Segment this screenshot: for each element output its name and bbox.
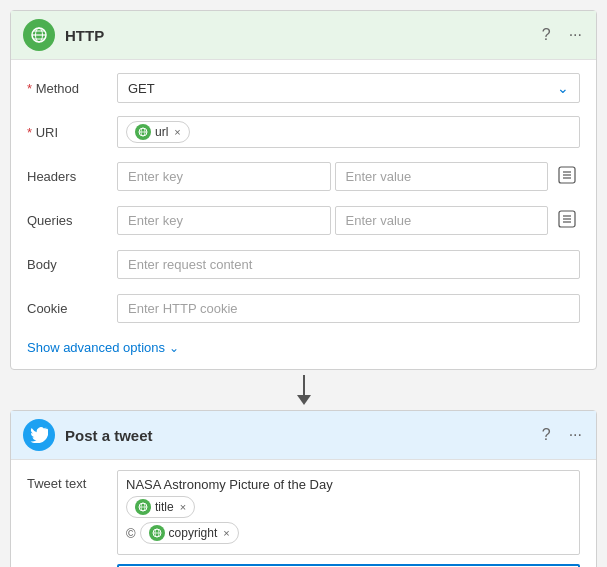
twitter-help-button[interactable]: ?: [540, 424, 553, 446]
tweet-title-tag-close[interactable]: ×: [180, 502, 186, 513]
headers-label: Headers: [27, 169, 117, 184]
body-label: Body: [27, 257, 117, 272]
queries-key-input[interactable]: Enter key: [117, 206, 331, 235]
http-title: HTTP: [65, 27, 540, 44]
method-label: Method: [27, 81, 117, 96]
tweet-copyright-tag-icon: [149, 525, 165, 541]
method-control: GET ⌄: [117, 73, 580, 103]
tweet-copyright-tag-close[interactable]: ×: [223, 528, 229, 539]
tweet-tags-row1: title ×: [126, 496, 571, 518]
http-icon: [23, 19, 55, 51]
cookie-label: Cookie: [27, 301, 117, 316]
uri-control: url ×: [117, 116, 580, 148]
cookie-row: Cookie Enter HTTP cookie: [27, 290, 580, 326]
headers-row: Headers Enter key Enter value: [27, 158, 580, 194]
twitter-card: Post a tweet ? ··· Tweet text NASA Astro…: [10, 410, 597, 567]
uri-tag-icon: [135, 124, 151, 140]
tweet-text-input[interactable]: NASA Astronomy Picture of the Day title: [117, 470, 580, 555]
cookie-input[interactable]: Enter HTTP cookie: [117, 294, 580, 323]
body-row: Body Enter request content: [27, 246, 580, 282]
tweet-title-tag: title ×: [126, 496, 195, 518]
tweet-text-row: Tweet text NASA Astronomy Picture of the…: [27, 470, 580, 555]
tweet-text-control: NASA Astronomy Picture of the Day title: [117, 470, 580, 555]
headers-inputs: Enter key Enter value: [117, 162, 548, 191]
http-card-body: Method GET ⌄ URI: [11, 60, 596, 369]
queries-add-button[interactable]: [554, 206, 580, 235]
http-card-header: HTTP ? ···: [11, 11, 596, 60]
uri-tag-text: url: [155, 125, 168, 139]
http-card: HTTP ? ··· Method GET ⌄ URI: [10, 10, 597, 370]
queries-row: Queries Enter key Enter value: [27, 202, 580, 238]
show-advanced-button[interactable]: Show advanced options ⌄: [27, 334, 580, 359]
method-value: GET: [128, 81, 557, 96]
queries-inputs: Enter key Enter value: [117, 206, 548, 235]
queries-value-input[interactable]: Enter value: [335, 206, 549, 235]
arrow-head-icon: [297, 395, 311, 405]
tweet-static-text: NASA Astronomy Picture of the Day: [126, 477, 571, 492]
uri-tag: url ×: [126, 121, 190, 143]
body-input[interactable]: Enter request content: [117, 250, 580, 279]
twitter-title: Post a tweet: [65, 427, 540, 444]
cookie-control: Enter HTTP cookie: [117, 294, 580, 323]
twitter-more-button[interactable]: ···: [567, 424, 584, 446]
tweet-title-tag-icon: [135, 499, 151, 515]
method-row: Method GET ⌄: [27, 70, 580, 106]
copyright-symbol: ©: [126, 526, 136, 541]
method-select[interactable]: GET ⌄: [117, 73, 580, 103]
body-control: Enter request content: [117, 250, 580, 279]
twitter-icon: [23, 419, 55, 451]
tweet-text-label: Tweet text: [27, 470, 117, 491]
arrow-line: [303, 375, 305, 395]
uri-tag-close[interactable]: ×: [174, 127, 180, 138]
headers-value-input[interactable]: Enter value: [335, 162, 549, 191]
tweet-copyright-tag-text: copyright: [169, 526, 218, 540]
uri-label: URI: [27, 125, 117, 140]
twitter-card-header: Post a tweet ? ···: [11, 411, 596, 460]
headers-key-input[interactable]: Enter key: [117, 162, 331, 191]
tweet-tags-row2: © copyright ×: [126, 522, 571, 544]
tweet-copyright-tag: copyright ×: [140, 522, 239, 544]
uri-input[interactable]: url ×: [117, 116, 580, 148]
media-row: Media fx base64ToBinar... ×: [27, 563, 580, 567]
queries-label: Queries: [27, 213, 117, 228]
http-header-actions: ? ···: [540, 24, 584, 46]
twitter-card-body: Tweet text NASA Astronomy Picture of the…: [11, 460, 596, 567]
uri-row: URI url ×: [27, 114, 580, 150]
tweet-title-tag-text: title: [155, 500, 174, 514]
show-advanced-label: Show advanced options: [27, 340, 165, 355]
http-help-button[interactable]: ?: [540, 24, 553, 46]
twitter-header-actions: ? ···: [540, 424, 584, 446]
connector-arrow: [297, 370, 311, 410]
chevron-down-icon: ⌄: [557, 80, 569, 96]
http-more-button[interactable]: ···: [567, 24, 584, 46]
headers-add-button[interactable]: [554, 162, 580, 191]
show-advanced-chevron-icon: ⌄: [169, 341, 179, 355]
